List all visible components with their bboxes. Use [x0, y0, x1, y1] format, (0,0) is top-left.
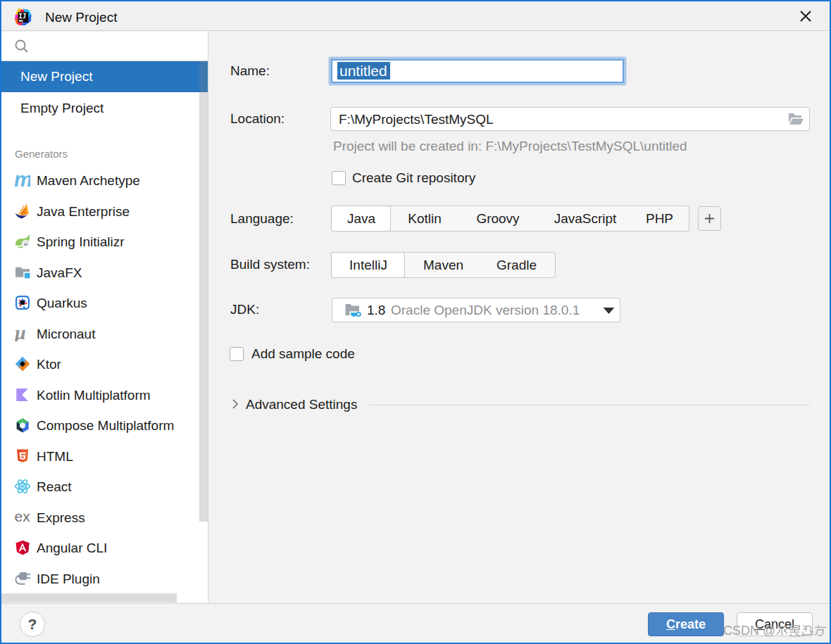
svg-text:ex: ex	[15, 510, 30, 524]
svg-text:m: m	[15, 172, 30, 188]
svg-text:μ: μ	[15, 326, 26, 341]
